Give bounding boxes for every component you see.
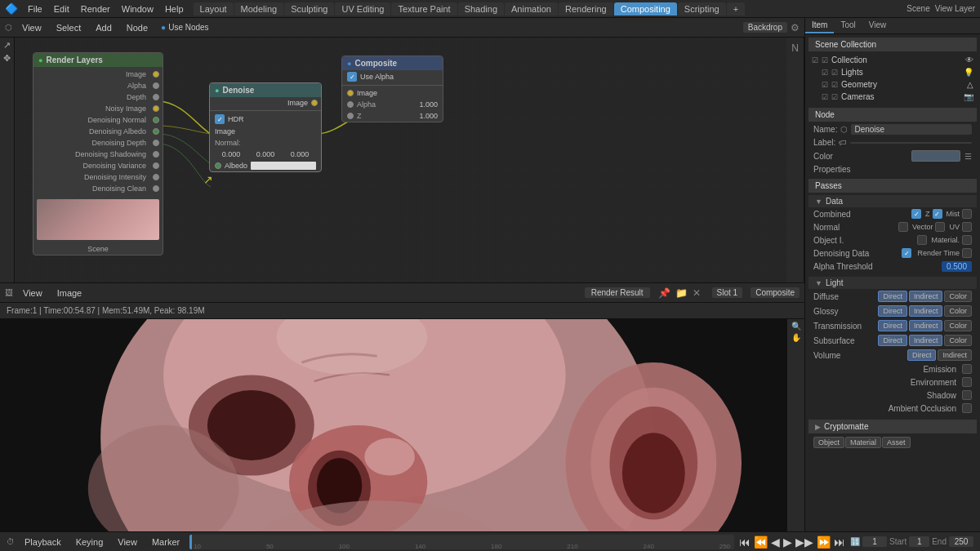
- render-layers-node[interactable]: ● Render Layers Image Alpha D: [33, 52, 163, 256]
- crypt-material-tab[interactable]: Material: [845, 437, 881, 448]
- use-nodes-toggle[interactable]: ● Use Nodes: [161, 23, 209, 32]
- normal-x[interactable]: 0.000: [215, 149, 247, 159]
- ao-check[interactable]: [962, 403, 972, 413]
- data-header[interactable]: ▼ Data: [808, 195, 977, 207]
- passes-header[interactable]: Passes: [808, 179, 977, 193]
- crypt-object-tab[interactable]: Object: [813, 437, 844, 448]
- collection-lights[interactable]: ☑ ☑ Lights 💡: [808, 66, 977, 78]
- normal-check[interactable]: [898, 222, 908, 232]
- props-list-icon[interactable]: ☰: [964, 152, 972, 161]
- render-tool-1[interactable]: 🔍: [791, 322, 801, 331]
- transmission-color-btn[interactable]: Color: [944, 320, 972, 331]
- tab-shading[interactable]: Shading: [458, 2, 504, 16]
- tab-add[interactable]: +: [727, 2, 745, 16]
- slot-selector[interactable]: Slot 1: [712, 287, 743, 298]
- node-section-header[interactable]: Node: [808, 108, 977, 122]
- node-add-menu[interactable]: Add: [91, 21, 117, 34]
- z-check[interactable]: [933, 209, 942, 219]
- scene-collection-header[interactable]: Scene Collection: [808, 38, 977, 51]
- collection-root[interactable]: ☑ ☑ Collection 👁: [808, 54, 977, 66]
- diffuse-color-btn[interactable]: Color: [944, 291, 972, 302]
- crypt-asset-tab[interactable]: Asset: [882, 437, 911, 448]
- use-alpha-row[interactable]: Use Alpha: [342, 70, 443, 83]
- tab-animation[interactable]: Animation: [505, 2, 558, 16]
- menu-file[interactable]: File: [23, 2, 47, 16]
- tab-uv-editing[interactable]: UV Editing: [335, 2, 390, 16]
- alpha-threshold-val[interactable]: 0.500: [942, 261, 972, 272]
- collection-vis-icon[interactable]: 👁: [965, 56, 973, 64]
- tab-sculpting[interactable]: Sculpting: [284, 2, 334, 16]
- tool-select-icon[interactable]: ↗: [3, 40, 11, 51]
- tab-item[interactable]: Item: [805, 18, 834, 33]
- transmission-indirect-btn[interactable]: Indirect: [909, 320, 943, 331]
- timeline-ruler[interactable]: 10 50 100 140 180 210 240 250: [189, 535, 734, 549]
- emission-check[interactable]: [962, 364, 972, 374]
- uv-check[interactable]: [962, 222, 972, 232]
- glossy-indirect-btn[interactable]: Indirect: [909, 305, 943, 317]
- tab-layout[interactable]: Layout: [194, 2, 234, 16]
- prev-frame-btn[interactable]: ⏪: [754, 535, 768, 549]
- tab-scripting[interactable]: Scripting: [678, 2, 726, 16]
- timeline-view-menu[interactable]: View: [113, 535, 142, 549]
- current-frame-display[interactable]: 1: [862, 536, 887, 547]
- keying-menu[interactable]: Keying: [71, 535, 109, 549]
- menu-render[interactable]: Render: [76, 2, 115, 16]
- denoise-node[interactable]: ● Denoise Image HDR Image: [209, 82, 322, 172]
- collection-geometry[interactable]: ☑ ☑ Geometry △: [808, 78, 977, 91]
- denoising-check[interactable]: [902, 248, 911, 258]
- subsurface-color-btn[interactable]: Color: [944, 335, 972, 346]
- volume-indirect-btn[interactable]: Indirect: [938, 349, 972, 361]
- material-check[interactable]: [962, 235, 972, 245]
- marker-menu[interactable]: Marker: [147, 535, 185, 549]
- next-frame-btn[interactable]: ⏩: [817, 535, 831, 549]
- tab-rendering[interactable]: Rendering: [559, 2, 613, 16]
- hdr-checkbox[interactable]: [215, 114, 225, 124]
- subsurface-direct-btn[interactable]: Direct: [878, 335, 907, 346]
- environment-check[interactable]: [962, 377, 972, 387]
- start-frame-display[interactable]: 1: [909, 536, 929, 547]
- glossy-color-btn[interactable]: Color: [944, 305, 972, 317]
- tab-modeling[interactable]: Modeling: [234, 2, 284, 16]
- node-select-menu[interactable]: Select: [51, 21, 87, 34]
- skip-end-btn[interactable]: ⏭: [834, 535, 845, 549]
- vector-check[interactable]: [935, 222, 945, 232]
- composite-node[interactable]: ● Composite Use Alpha Image: [341, 56, 443, 122]
- render-time-check[interactable]: [962, 248, 972, 258]
- end-frame-display[interactable]: 250: [949, 536, 973, 547]
- node-view-menu[interactable]: View: [17, 21, 47, 34]
- diffuse-indirect-btn[interactable]: Indirect: [909, 291, 943, 302]
- subsurface-indirect-btn[interactable]: Indirect: [909, 335, 943, 346]
- render-close-icon[interactable]: ✕: [693, 287, 701, 299]
- folder-icon[interactable]: 📁: [675, 287, 688, 299]
- use-alpha-checkbox[interactable]: [347, 72, 357, 82]
- diffuse-direct-btn[interactable]: Direct: [878, 291, 907, 302]
- color-swatch[interactable]: [911, 150, 960, 162]
- menu-help[interactable]: Help: [160, 2, 189, 16]
- pin-icon[interactable]: 📌: [658, 287, 670, 299]
- tab-tool[interactable]: Tool: [834, 18, 862, 33]
- backdrop-btn[interactable]: Backdrop: [743, 22, 787, 33]
- transmission-direct-btn[interactable]: Direct: [878, 320, 907, 331]
- normal-y[interactable]: 0.000: [249, 149, 282, 159]
- prev-step-btn[interactable]: ◀: [771, 535, 780, 549]
- albedo-color[interactable]: [251, 162, 316, 170]
- shadow-check[interactable]: [962, 390, 972, 400]
- app-icon[interactable]: 🔷: [5, 2, 18, 15]
- light-header[interactable]: ▼ Light: [808, 277, 977, 289]
- render-tool-2[interactable]: ✋: [791, 333, 801, 342]
- menu-edit[interactable]: Edit: [49, 2, 74, 16]
- play-btn[interactable]: ▶: [783, 535, 792, 549]
- backdrop-settings-icon[interactable]: ⚙: [791, 22, 800, 33]
- cryptomatte-header[interactable]: ▶ Cryptomatte: [808, 420, 977, 433]
- playback-menu[interactable]: Playback: [20, 535, 66, 549]
- volume-direct-btn[interactable]: Direct: [907, 349, 937, 361]
- normal-z[interactable]: 0.000: [283, 149, 316, 159]
- mist-check[interactable]: [962, 209, 972, 219]
- tab-view[interactable]: View: [862, 18, 893, 33]
- object-check[interactable]: [917, 235, 927, 245]
- tool-move-icon[interactable]: ✥: [3, 53, 11, 64]
- node-name-value[interactable]: Denoise: [851, 124, 972, 135]
- tab-texture-paint[interactable]: Texture Paint: [391, 2, 457, 16]
- combined-check[interactable]: [911, 209, 921, 219]
- hdr-row[interactable]: HDR: [210, 113, 321, 126]
